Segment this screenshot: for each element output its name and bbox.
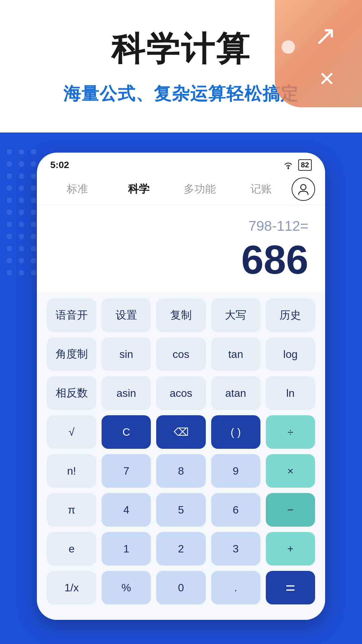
key-_[interactable]: √: [47, 415, 96, 449]
svg-point-19: [19, 222, 24, 227]
svg-point-14: [31, 198, 36, 203]
svg-point-6: [7, 173, 12, 179]
tab-multi[interactable]: 多功能: [169, 178, 231, 201]
key-6[interactable]: 6: [211, 493, 260, 527]
key-row-3: √C⌫( )÷: [47, 415, 315, 449]
deco-circle: [282, 40, 295, 54]
key-tan[interactable]: tan: [211, 337, 260, 371]
tab-account[interactable]: 记账: [231, 178, 292, 201]
svg-point-1: [19, 149, 24, 155]
svg-point-27: [7, 258, 12, 263]
svg-point-23: [31, 234, 36, 239]
svg-point-31: [19, 270, 24, 275]
svg-point-30: [7, 270, 12, 275]
svg-point-9: [7, 185, 12, 191]
profile-button[interactable]: [292, 177, 315, 201]
key-row-7: 1/x%0.=: [47, 571, 315, 604]
svg-point-15: [7, 210, 12, 215]
key-_[interactable]: .: [211, 571, 260, 604]
key-n_[interactable]: n!: [47, 454, 96, 488]
key-___[interactable]: ( ): [211, 415, 260, 449]
key-log[interactable]: log: [266, 337, 315, 371]
svg-point-21: [7, 234, 12, 239]
key-asin[interactable]: asin: [102, 376, 151, 410]
expression: 798-112=: [54, 218, 308, 234]
deco-hand: ↗ ✕: [275, 0, 362, 107]
svg-point-24: [7, 246, 12, 251]
tab-standard[interactable]: 标准: [47, 178, 108, 201]
key-_[interactable]: ÷: [266, 415, 315, 449]
key-__[interactable]: 设置: [102, 299, 151, 332]
tab-bar: 标准 科学 多功能 记账: [37, 174, 325, 205]
key-_[interactable]: =: [266, 571, 315, 604]
key-__[interactable]: 大写: [211, 299, 260, 332]
key-__[interactable]: 历史: [266, 299, 315, 332]
key-_[interactable]: ×: [266, 454, 315, 488]
svg-point-3: [7, 161, 12, 167]
key-__[interactable]: 复制: [156, 299, 205, 332]
svg-point-7: [19, 173, 24, 179]
key-atan[interactable]: atan: [211, 376, 260, 410]
key-9[interactable]: 9: [211, 454, 260, 488]
profile-icon: [297, 183, 309, 195]
key-row-5: π456−: [47, 493, 315, 527]
top-section: ↗ ✕ 科学计算 海量公式、复杂运算轻松搞定: [0, 0, 362, 132]
key-e[interactable]: e: [47, 532, 96, 566]
key-8[interactable]: 8: [156, 454, 205, 488]
key-_[interactable]: −: [266, 493, 315, 527]
key-___[interactable]: 语音开: [47, 299, 96, 332]
tab-science[interactable]: 科学: [108, 178, 170, 201]
key-row-4: n!789×: [47, 454, 315, 488]
key-1_x[interactable]: 1/x: [47, 571, 96, 604]
key-3[interactable]: 3: [211, 532, 260, 566]
svg-point-0: [7, 149, 12, 155]
svg-point-26: [31, 246, 36, 251]
key-row-0: 语音开设置复制大写历史: [47, 299, 315, 332]
key-1[interactable]: 1: [102, 532, 151, 566]
key-C[interactable]: C: [102, 415, 151, 449]
key-7[interactable]: 7: [102, 454, 151, 488]
key-acos[interactable]: acos: [156, 376, 205, 410]
key-4[interactable]: 4: [102, 493, 151, 527]
svg-point-22: [19, 234, 24, 239]
svg-point-2: [31, 149, 36, 155]
key-5[interactable]: 5: [156, 493, 205, 527]
key-ln[interactable]: ln: [266, 376, 315, 410]
svg-point-17: [31, 210, 36, 215]
svg-point-25: [19, 246, 24, 251]
svg-point-5: [31, 161, 36, 167]
keyboard-area: 语音开设置复制大写历史角度制sincostanlog相反数asinacosata…: [37, 292, 325, 620]
svg-point-12: [7, 198, 12, 203]
svg-point-34: [301, 184, 306, 190]
deco-star: ✕: [318, 67, 335, 91]
svg-point-8: [31, 173, 36, 179]
key-2[interactable]: 2: [156, 532, 205, 566]
key-cos[interactable]: cos: [156, 337, 205, 371]
status-icons: 82: [282, 159, 312, 171]
time-display: 5:02: [50, 160, 69, 170]
key-0[interactable]: 0: [156, 571, 205, 604]
status-bar: 5:02 82: [37, 153, 325, 174]
svg-point-33: [287, 168, 289, 169]
svg-point-29: [31, 258, 36, 263]
key-row-1: 角度制sincostanlog: [47, 337, 315, 371]
key-_[interactable]: ⌫: [156, 415, 205, 449]
key-_[interactable]: +: [266, 532, 315, 566]
key-sin[interactable]: sin: [102, 337, 151, 371]
blue-bg: 5:02 82 标准 科学 多功能: [0, 132, 362, 644]
key-_[interactable]: π: [47, 493, 96, 527]
svg-point-13: [19, 198, 24, 203]
key-_[interactable]: %: [102, 571, 151, 604]
key-___[interactable]: 角度制: [47, 337, 96, 371]
svg-point-4: [19, 161, 24, 167]
svg-point-20: [31, 222, 36, 227]
dot-pattern-left: [3, 146, 40, 280]
deco-arrow: ↗: [305, 20, 345, 60]
svg-point-18: [7, 222, 12, 227]
svg-point-10: [19, 185, 24, 191]
svg-point-11: [31, 185, 36, 191]
key-row-6: e123+: [47, 532, 315, 566]
svg-point-16: [19, 210, 24, 215]
wifi-icon: [282, 160, 294, 170]
key-___[interactable]: 相反数: [47, 376, 96, 410]
